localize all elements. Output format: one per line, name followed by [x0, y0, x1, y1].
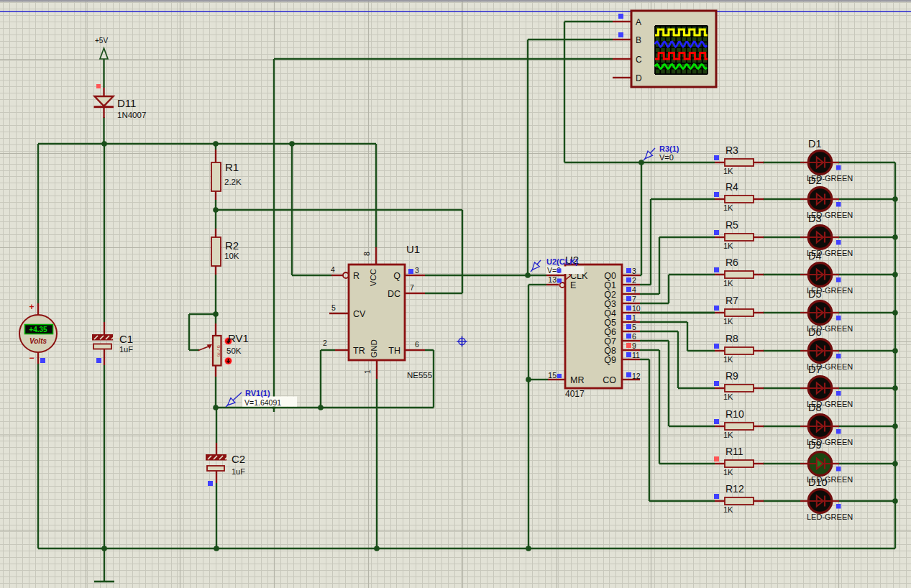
svg-text:1K: 1K [723, 468, 733, 477]
svg-text:1K: 1K [723, 431, 733, 439]
svg-text:1K: 1K [723, 355, 733, 364]
svg-text:CV: CV [353, 309, 366, 319]
svg-text:Q9: Q9 [604, 355, 616, 365]
svg-text:R7: R7 [725, 295, 738, 306]
svg-text:1uF: 1uF [232, 467, 245, 476]
svg-text:1: 1 [632, 313, 636, 322]
svg-text:R5: R5 [725, 219, 738, 231]
svg-text:R12: R12 [725, 483, 744, 495]
svg-text:1K: 1K [723, 242, 733, 250]
svg-text:12: 12 [632, 372, 641, 380]
svg-text:11: 11 [632, 351, 640, 359]
svg-text:A: A [636, 17, 641, 27]
svg-text:U2(CLK): U2(CLK) [546, 257, 578, 266]
svg-text:D1: D1 [808, 138, 822, 150]
svg-text:C: C [636, 55, 642, 65]
svg-text:1: 1 [363, 369, 372, 374]
svg-text:R8: R8 [725, 333, 738, 344]
svg-text:Q5: Q5 [604, 318, 616, 328]
svg-text:D7: D7 [808, 364, 822, 375]
svg-text:4: 4 [331, 265, 335, 274]
svg-text:7: 7 [410, 283, 414, 292]
svg-text:3: 3 [415, 266, 419, 275]
svg-text:3: 3 [632, 267, 636, 275]
svg-text:+4.35: +4.35 [29, 326, 47, 334]
svg-text:5: 5 [632, 323, 636, 331]
svg-text:NE555: NE555 [407, 371, 432, 380]
svg-text:R3: R3 [725, 144, 738, 156]
svg-text:V=0: V=0 [659, 153, 674, 162]
svg-text:D2: D2 [808, 175, 822, 186]
svg-text:Q7: Q7 [604, 336, 616, 346]
svg-text:R10: R10 [725, 408, 744, 420]
svg-text:6: 6 [632, 332, 636, 341]
svg-text:R11: R11 [725, 446, 743, 457]
svg-text:Q4: Q4 [604, 308, 616, 318]
svg-text:VCC: VCC [369, 269, 377, 286]
svg-text:R6: R6 [725, 257, 738, 268]
svg-text:D3: D3 [808, 213, 822, 224]
svg-text:R: R [353, 271, 360, 281]
svg-text:50K: 50K [226, 346, 242, 355]
svg-text:+5V: +5V [95, 37, 108, 45]
svg-text:15: 15 [548, 371, 557, 380]
svg-text:D10: D10 [808, 477, 828, 488]
svg-text:D6: D6 [808, 326, 822, 338]
svg-text:9: 9 [632, 341, 636, 350]
svg-text:U1: U1 [406, 243, 420, 255]
svg-text:R3(1): R3(1) [659, 144, 679, 153]
svg-text:V=1.64091: V=1.64091 [244, 398, 281, 407]
svg-text:DC: DC [388, 289, 400, 299]
svg-text:LED-GREEN: LED-GREEN [807, 513, 853, 521]
svg-text:7: 7 [632, 295, 636, 303]
svg-text:R9: R9 [725, 370, 738, 382]
svg-text:+: + [29, 302, 34, 312]
svg-text:1K: 1K [723, 203, 733, 212]
svg-text:1K: 1K [723, 505, 733, 514]
svg-text:TH: TH [388, 346, 400, 356]
svg-text:RV1: RV1 [228, 332, 249, 344]
svg-text:C1: C1 [119, 333, 133, 345]
svg-text:1K: 1K [723, 167, 733, 175]
svg-text:2: 2 [323, 339, 327, 347]
svg-text:10: 10 [632, 304, 641, 313]
svg-text:MR: MR [570, 375, 584, 385]
svg-text:Q: Q [393, 271, 400, 281]
svg-text:Q8: Q8 [604, 346, 616, 356]
svg-text:1uF: 1uF [119, 345, 133, 354]
svg-text:2: 2 [632, 276, 636, 285]
svg-text:Volts: Volts [29, 337, 47, 345]
svg-text:Q0: Q0 [604, 271, 616, 281]
svg-text:4017: 4017 [565, 389, 585, 399]
svg-text:Q1: Q1 [604, 280, 616, 290]
svg-text:1K: 1K [723, 392, 733, 401]
svg-text:13: 13 [548, 275, 557, 284]
svg-text:Q3: Q3 [604, 299, 616, 309]
svg-text:4: 4 [632, 285, 636, 294]
svg-text:6: 6 [415, 340, 419, 349]
svg-text:R2: R2 [225, 239, 239, 252]
svg-text:1K: 1K [723, 317, 733, 326]
svg-text:10K: 10K [224, 252, 239, 260]
svg-text:D5: D5 [808, 288, 822, 300]
svg-text:GND: GND [370, 339, 378, 358]
svg-text:Q6: Q6 [604, 327, 616, 337]
svg-text:C2: C2 [232, 453, 245, 465]
svg-text:D8: D8 [808, 402, 822, 413]
svg-text:67%: 67% [216, 345, 222, 357]
svg-text:R1: R1 [225, 161, 239, 173]
svg-text:−: − [29, 353, 34, 363]
svg-text:B: B [636, 35, 641, 45]
svg-text:Q2: Q2 [604, 290, 616, 300]
svg-text:1N4007: 1N4007 [117, 111, 146, 119]
svg-text:D11: D11 [117, 97, 136, 109]
svg-text:R4: R4 [725, 181, 738, 193]
svg-text:E: E [570, 280, 576, 290]
svg-text:2.2K: 2.2K [224, 178, 242, 186]
svg-text:5: 5 [331, 303, 336, 312]
svg-text:D: D [636, 73, 642, 83]
svg-text:D4: D4 [808, 250, 822, 262]
svg-text:RV1(1): RV1(1) [245, 389, 270, 398]
svg-text:CO: CO [603, 375, 616, 385]
svg-text:D9: D9 [808, 439, 822, 451]
